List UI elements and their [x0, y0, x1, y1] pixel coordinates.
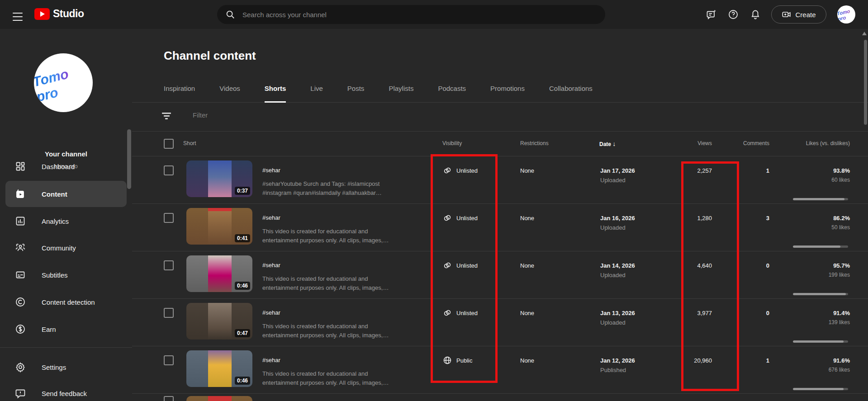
tab-live[interactable]: Live [310, 75, 323, 103]
search-input[interactable] [242, 10, 597, 19]
filter-input[interactable] [192, 111, 465, 119]
tab-shorts[interactable]: Shorts [265, 75, 286, 103]
like-count: 676 likes [756, 367, 850, 373]
channel-content-main: Channel content Inspiration Videos Short… [132, 29, 868, 401]
short-thumbnail[interactable]: 0:47 [186, 303, 252, 340]
thumbnail-image [208, 303, 232, 340]
short-description: This video is created for educational an… [262, 227, 434, 245]
tab-collaborations[interactable]: Collaborations [549, 75, 593, 103]
short-title[interactable]: #sehar [262, 262, 280, 269]
row-checkbox[interactable] [164, 260, 174, 270]
tab-posts[interactable]: Posts [347, 75, 365, 103]
sort-descending-arrow-icon: ↓ [612, 140, 616, 147]
channel-avatar-logo-text: Tomo pro [34, 61, 93, 104]
tab-playlists[interactable]: Playlists [389, 75, 413, 103]
table-row: 0:47 #sehar This video is created for ed… [132, 298, 868, 346]
short-thumbnail[interactable]: 0:41 [186, 208, 252, 245]
copyright-icon [15, 297, 26, 307]
likes-ratio-bar [793, 340, 848, 343]
sidebar-item-dashboard[interactable]: Dashboard [5, 153, 127, 179]
like-percentage: 91.6% [756, 357, 850, 364]
short-thumbnail[interactable] [186, 396, 252, 401]
studio-logo[interactable]: Studio [34, 8, 84, 20]
sidebar-divider [0, 347, 132, 348]
sidebar-item-label: Settings [42, 363, 66, 371]
select-all-checkbox[interactable] [164, 139, 174, 149]
feedback-icon[interactable] [706, 9, 717, 20]
likes-ratio-fill [793, 198, 844, 200]
duration-badge: 0:47 [235, 329, 250, 337]
channel-avatar[interactable]: Tomo pro [34, 53, 93, 112]
likes-ratio-fill [793, 293, 846, 295]
like-count: 139 likes [756, 319, 850, 326]
row-checkbox[interactable] [164, 165, 174, 175]
sidebar-item-subtitles[interactable]: Subtitles [5, 262, 127, 288]
duration-badge: 0:37 [235, 187, 250, 195]
row-checkbox[interactable] [164, 213, 174, 223]
like-count: 199 likes [756, 272, 850, 278]
account-avatar[interactable]: Tomo pro [837, 5, 855, 24]
row-checkbox[interactable] [164, 396, 174, 401]
table-header: Short Visibility Restrictions Date ↓ Vie… [132, 131, 868, 156]
short-title[interactable]: #sehar [262, 167, 280, 174]
restrictions-cell: None [520, 262, 534, 269]
column-header-restrictions[interactable]: Restrictions [520, 140, 549, 146]
sidebar-item-analytics[interactable]: Analytics [5, 208, 127, 234]
short-thumbnail[interactable]: 0:46 [186, 350, 252, 387]
thumbnail-image [208, 350, 232, 387]
tab-podcasts[interactable]: Podcasts [438, 75, 466, 103]
menu-icon[interactable] [13, 10, 23, 19]
short-title[interactable]: #sehar [262, 309, 280, 316]
date-status: Uploaded [600, 224, 626, 231]
sidebar-item-settings[interactable]: Settings [5, 354, 127, 380]
short-thumbnail[interactable]: 0:46 [186, 255, 252, 292]
studio-logo-text: Studio [53, 8, 84, 20]
visibility-column-highlight-box [431, 154, 498, 383]
date-cell: Jan 16, 2026 [600, 215, 635, 222]
column-header-views[interactable]: Views [648, 140, 712, 146]
sidebar-item-content-detection[interactable]: Content detection [5, 289, 127, 315]
restrictions-cell: None [520, 215, 534, 222]
row-checkbox[interactable] [164, 355, 174, 365]
column-header-date[interactable]: Date ↓ [599, 140, 616, 147]
date-cell: Jan 17, 2026 [600, 167, 635, 174]
sidebar-scrollbar-thumb[interactable] [127, 129, 131, 189]
sidebar: Tomo pro Your channel tomo pro Dashboard [0, 29, 132, 401]
like-percentage: 91.4% [756, 310, 850, 316]
description-line1: This video is created for educational an… [262, 227, 434, 236]
channel-search[interactable] [217, 5, 605, 24]
scroll-up-arrow-icon[interactable] [862, 32, 867, 35]
row-checkbox[interactable] [164, 308, 174, 318]
filter-icon[interactable] [162, 113, 171, 121]
tab-promotions[interactable]: Promotions [490, 75, 525, 103]
restrictions-cell: None [520, 167, 534, 174]
sidebar-item-send-feedback[interactable]: Send feedback [5, 380, 127, 401]
date-status: Uploaded [600, 319, 626, 326]
column-header-short[interactable]: Short [183, 140, 196, 146]
sidebar-item-content[interactable]: Content [5, 181, 127, 207]
notifications-icon[interactable] [750, 9, 761, 20]
sidebar-item-label: Content [42, 190, 67, 198]
community-icon [15, 242, 26, 253]
duration-badge: 0:46 [235, 282, 250, 290]
sidebar-item-label: Dashboard [42, 163, 75, 170]
column-header-likes[interactable]: Likes (vs. dislikes) [756, 140, 850, 146]
feedback-bubble-icon [15, 388, 26, 399]
restrictions-cell: None [520, 357, 534, 364]
tab-videos[interactable]: Videos [219, 75, 240, 103]
short-title[interactable]: #sehar [262, 357, 280, 363]
table-row-partial [132, 393, 868, 401]
help-icon[interactable] [728, 9, 739, 20]
thumbnail-image [208, 255, 232, 292]
sidebar-item-community[interactable]: Community [5, 235, 127, 261]
date-header-label: Date [599, 141, 611, 147]
create-button[interactable]: Create [771, 5, 826, 24]
main-scrollbar-thumb[interactable] [864, 40, 867, 125]
tab-inspiration[interactable]: Inspiration [164, 75, 195, 103]
thumbnail-image [208, 208, 232, 245]
sidebar-item-earn[interactable]: Earn [5, 316, 127, 342]
column-header-visibility[interactable]: Visibility [442, 140, 462, 146]
like-count: 50 likes [756, 224, 850, 231]
short-title[interactable]: #sehar [262, 214, 280, 221]
short-thumbnail[interactable]: 0:37 [186, 160, 252, 197]
